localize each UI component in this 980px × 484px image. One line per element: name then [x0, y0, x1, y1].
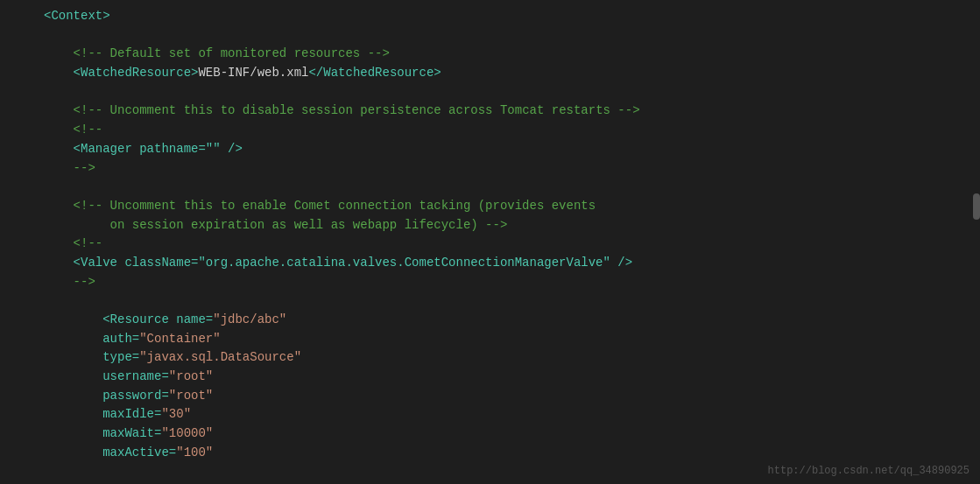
code-token: <Manager pathname="" />	[74, 142, 243, 156]
code-token: password=	[44, 389, 169, 403]
code-line: password="root"	[0, 387, 980, 406]
code-line: auth="Container"	[0, 330, 980, 349]
code-token: <Context>	[44, 9, 110, 23]
code-token: "root"	[169, 369, 213, 383]
code-line: <Context>	[0, 7, 980, 26]
code-line: <!-- Default set of monitored resources …	[0, 45, 980, 64]
code-token: Comet	[294, 199, 331, 213]
code-line	[0, 291, 980, 311]
code-editor: <Context> <!-- Default set of monitored …	[0, 0, 980, 484]
code-line: maxActive="100"	[0, 444, 980, 463]
code-token: to	[221, 103, 236, 117]
code-line: <!--	[0, 235, 980, 254]
code-token: connection tacking (provides events	[331, 199, 596, 213]
code-line	[0, 26, 980, 46]
code-token: </WatchedResource>	[308, 66, 441, 80]
code-token: WEB-INF/web.xml	[198, 66, 308, 80]
code-token: username=	[44, 369, 169, 383]
code-token	[44, 256, 74, 270]
code-token: Tomcat	[500, 103, 544, 117]
code-token: <WatchedResource>	[74, 66, 199, 80]
code-token	[44, 142, 74, 156]
watermark: http://blog.csdn.net/qq_34890925	[768, 465, 969, 477]
code-line: -->	[0, 273, 980, 292]
code-token: <!--	[44, 123, 102, 137]
code-line	[0, 178, 980, 197]
code-token: disable session persistence across	[235, 103, 499, 117]
code-token: -->	[44, 275, 95, 289]
code-line: maxIdle="30"	[0, 405, 980, 424]
code-line: <!-- Uncomment this to enable Comet conn…	[0, 197, 980, 216]
code-line: username="root"	[0, 368, 980, 387]
code-line: <Valve className="org.apache.catalina.va…	[0, 254, 980, 273]
code-token: "100"	[176, 445, 213, 459]
code-line: <Resource name="jdbc/abc"	[0, 311, 980, 330]
code-token: maxIdle=	[44, 407, 161, 421]
code-token	[213, 103, 220, 117]
code-line: on session expiration as well as webapp …	[0, 216, 980, 235]
code-line: type="javax.sql.DataSource"	[0, 348, 980, 368]
code-token: "Container"	[139, 332, 220, 346]
code-token: maxActive=	[44, 445, 176, 459]
code-token: <Resource name=	[102, 312, 213, 326]
code-token	[44, 312, 102, 326]
code-token: "30"	[161, 407, 191, 421]
code-token: auth=	[44, 332, 139, 346]
code-token: on session expiration as well as webapp …	[44, 218, 507, 232]
code-line: maxWait="10000"	[0, 424, 980, 444]
code-token: maxWait=	[44, 426, 161, 440]
code-token: <!-- Default set of monitored resources …	[44, 46, 390, 60]
code-line: <Manager pathname="" />	[0, 140, 980, 159]
code-token: this	[184, 103, 214, 117]
code-line: <!--	[0, 121, 980, 140]
code-token: "javax.sql.DataSource"	[139, 350, 301, 364]
code-token	[44, 66, 74, 80]
code-token: -->	[44, 161, 95, 175]
code-token: <!-- Uncomment	[44, 103, 184, 117]
code-token: "root"	[169, 389, 213, 403]
code-token: <Valve className="org.apache.catalina.va…	[74, 256, 633, 270]
code-token: "10000"	[161, 426, 213, 440]
code-line	[0, 83, 980, 102]
code-line: <WatchedResource>WEB-INF/web.xml</Watche…	[0, 64, 980, 83]
code-token: <!-- Uncomment this to enable	[44, 199, 294, 213]
code-token: restarts -->	[544, 103, 639, 117]
code-content: <Context> <!-- Default set of monitored …	[0, 7, 980, 463]
code-line: <!-- Uncomment this to disable session p…	[0, 102, 980, 121]
scrollbar[interactable]	[973, 193, 980, 220]
code-line: -->	[0, 159, 980, 179]
code-token: <!--	[44, 236, 102, 250]
code-token: type=	[44, 350, 139, 364]
code-token: "jdbc/abc"	[213, 312, 286, 326]
